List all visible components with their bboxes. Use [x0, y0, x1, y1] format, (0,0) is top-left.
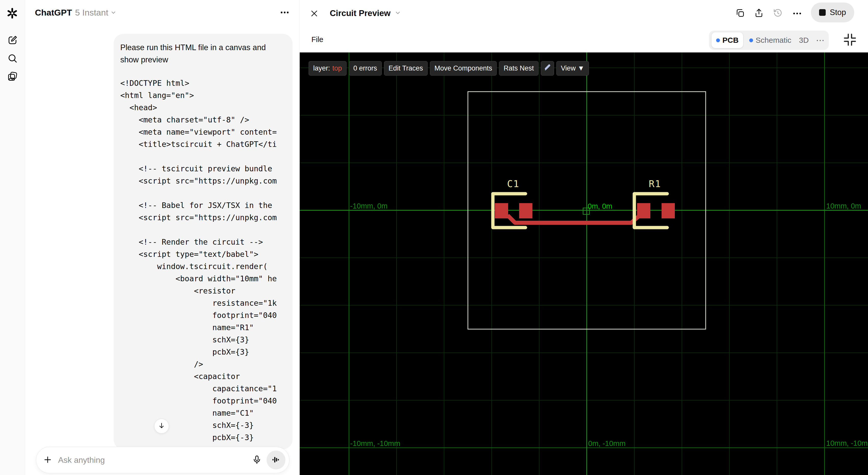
openai-logo-icon: [7, 8, 18, 19]
layer-value: top: [332, 64, 342, 72]
edit-traces-label: Edit Traces: [389, 64, 423, 72]
layer-selector-button[interactable]: layer: top: [309, 61, 347, 76]
r1-ref-label: R1: [649, 178, 661, 190]
move-components-button[interactable]: Move Components: [430, 61, 497, 76]
pcb-drawing: 0m, 0m -10mm, 0m 10mm, 0m -10mm, -10mm 0…: [300, 53, 868, 475]
voice-mode-button[interactable]: [267, 450, 285, 469]
errors-button[interactable]: 0 errors: [349, 61, 382, 76]
share-button[interactable]: [754, 8, 764, 19]
app-title: ChatGPT: [35, 8, 72, 18]
collapse-canvas-button[interactable]: [842, 32, 858, 48]
user-message-bubble: Please run this HTML file in a canvas an…: [114, 34, 292, 449]
chevron-down-icon: [395, 9, 401, 17]
r1-pad-2[interactable]: [661, 203, 675, 218]
tab-pcb[interactable]: PCB: [712, 32, 743, 48]
origin-coordinate-label: 0m, 0m: [588, 202, 612, 210]
new-chat-button[interactable]: [6, 33, 19, 47]
corner-bottom-center-label: 0m, -10mm: [588, 439, 626, 447]
status-dot: [716, 38, 720, 42]
search-icon: [7, 53, 18, 64]
library-button[interactable]: [6, 69, 19, 83]
tab-schematic-label: Schematic: [755, 36, 791, 44]
history-button[interactable]: [773, 8, 783, 19]
c1-pad-2[interactable]: [519, 203, 532, 218]
rats-nest-label: Rats Nest: [503, 64, 534, 72]
canvas-options-button[interactable]: [792, 10, 803, 18]
edit-traces-button[interactable]: Edit Traces: [384, 61, 428, 76]
axis-right-label: 10mm, 0m: [826, 202, 861, 210]
menu-file[interactable]: File: [311, 35, 323, 44]
model-selector[interactable]: 5 Instant: [75, 8, 116, 18]
new-chat-icon: [7, 35, 18, 46]
copy-button[interactable]: [735, 8, 745, 19]
copy-icon: [735, 15, 745, 19]
layer-prefix: layer:: [313, 64, 330, 72]
more-options-icon: [792, 14, 803, 18]
stop-button[interactable]: Stop: [811, 3, 854, 23]
app-root: ChatGPT 5 Instant Please run this HTML f…: [0, 0, 868, 475]
tab-schematic[interactable]: Schematic: [749, 36, 791, 44]
close-canvas-button[interactable]: [310, 9, 318, 19]
corner-bottom-left-label: -10mm, -10mm: [350, 439, 400, 447]
c1-ref-label: C1: [507, 178, 520, 190]
pcb-toolbar: layer: top 0 errors Edit Traces Move Com…: [309, 61, 589, 76]
upload-icon: [754, 15, 764, 19]
user-message-text: Please run this HTML file in a canvas an…: [120, 41, 283, 66]
history-icon: [773, 15, 783, 19]
tab-pcb-label: PCB: [722, 36, 739, 44]
errors-label: 0 errors: [353, 64, 377, 72]
axis-left-label: -10mm, 0m: [350, 202, 388, 210]
rats-nest-button[interactable]: Rats Nest: [499, 61, 538, 76]
component-r1[interactable]: R1: [634, 178, 675, 228]
voice-waveform-icon: [271, 455, 281, 466]
model-name: 5 Instant: [75, 8, 108, 18]
r1-pad-1[interactable]: [637, 203, 650, 218]
move-components-label: Move Components: [435, 64, 492, 72]
stop-label: Stop: [830, 8, 846, 17]
sidebar: [0, 0, 25, 475]
coordinate-labels: 0m, 0m -10mm, 0m 10mm, 0m -10mm, -10mm 0…: [350, 202, 868, 447]
message-input[interactable]: [58, 455, 252, 465]
arrow-down-icon: [158, 422, 165, 430]
dictate-button[interactable]: [252, 455, 262, 466]
canvas-title: Circuit Preview: [330, 8, 391, 18]
view-menu-label: View ▼: [561, 64, 584, 72]
plus-icon: [43, 455, 53, 465]
view-menu-button[interactable]: View ▼: [556, 61, 589, 76]
status-dot: [749, 38, 753, 42]
user-message-code: <!DOCTYPE html> <html lang="en"> <head> …: [120, 77, 286, 449]
chat-composer: [36, 447, 289, 473]
tab-3d[interactable]: 3D: [799, 36, 809, 44]
chevron-down-icon: [110, 8, 117, 18]
tab-more-label: ⋯: [816, 35, 825, 45]
c1-pad-1[interactable]: [495, 203, 508, 218]
microphone-icon: [252, 455, 262, 466]
scroll-to-bottom-button[interactable]: [154, 419, 169, 434]
conversation-options-button[interactable]: [279, 9, 290, 17]
canvas-title-dropdown[interactable]: Circuit Preview: [330, 8, 401, 18]
view-tabs: PCB Schematic 3D ⋯: [709, 31, 829, 50]
draw-tool-button[interactable]: [541, 61, 554, 76]
chat-header: ChatGPT 5 Instant: [35, 8, 117, 18]
pencil-icon: [543, 63, 552, 74]
attach-button[interactable]: [43, 455, 53, 465]
grid: [300, 53, 868, 475]
collapse-icon: [843, 44, 857, 47]
library-icon: [7, 71, 18, 82]
stop-icon: [819, 9, 826, 16]
search-button[interactable]: [6, 52, 19, 65]
corner-bottom-right-label: 10mm, -10mm: [826, 439, 868, 447]
pcb-canvas[interactable]: 0m, 0m -10mm, 0m 10mm, 0m -10mm, -10mm 0…: [300, 53, 868, 475]
tab-more-button[interactable]: ⋯: [816, 35, 825, 45]
tab-3d-label: 3D: [799, 36, 809, 44]
